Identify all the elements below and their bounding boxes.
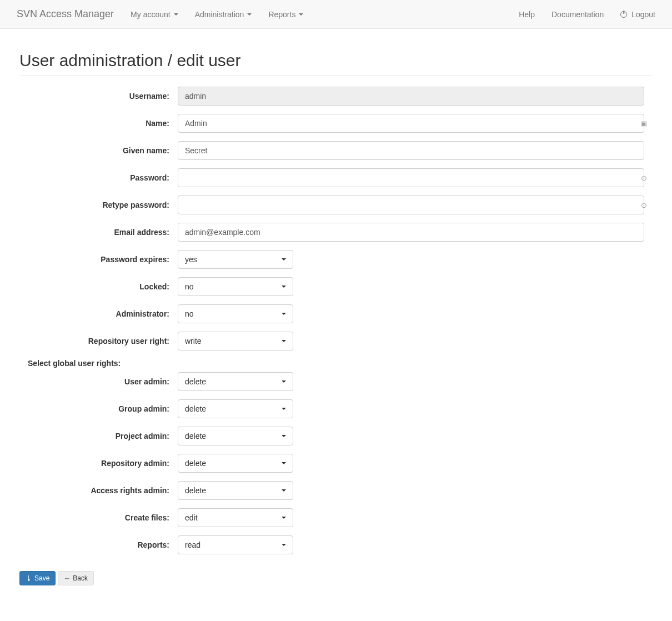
password-input[interactable] xyxy=(178,168,644,187)
retype-label: Retype password: xyxy=(19,201,178,209)
nav-administration-label: Administration xyxy=(195,10,244,19)
save-label: Save xyxy=(34,574,49,582)
caret-icon xyxy=(299,13,303,16)
nav-my-account[interactable]: My account xyxy=(122,2,187,27)
nav-reports[interactable]: Reports xyxy=(260,2,312,27)
arrow-left-icon: ← xyxy=(64,574,71,582)
key-icon: ⊙ xyxy=(641,201,647,209)
page-header: User administration / edit user xyxy=(19,51,653,76)
projectadmin-value: delete xyxy=(185,432,206,440)
navbar-right: Help Documentation Logout xyxy=(510,2,664,27)
createfiles-value: edit xyxy=(185,513,198,522)
email-label: Email address: xyxy=(19,228,178,237)
reports-label: Reports: xyxy=(19,540,178,549)
repoadmin-label: Repository admin: xyxy=(19,459,178,468)
caret-icon xyxy=(282,462,286,464)
projectadmin-label: Project admin: xyxy=(19,432,178,440)
nav-documentation[interactable]: Documentation xyxy=(543,2,612,27)
nav-reports-label: Reports xyxy=(268,10,295,19)
caret-icon xyxy=(282,340,286,342)
pwexpires-label: Password expires: xyxy=(19,255,178,264)
useradmin-dropdown[interactable]: delete xyxy=(178,372,293,391)
projectadmin-dropdown[interactable]: delete xyxy=(178,427,293,445)
nav-help[interactable]: Help xyxy=(510,2,543,27)
locked-label: Locked: xyxy=(19,282,178,291)
caret-icon xyxy=(282,544,286,546)
form-actions: ⭳ Save ← Back xyxy=(19,571,653,585)
retype-input[interactable] xyxy=(178,196,644,214)
accessadmin-dropdown[interactable]: delete xyxy=(178,481,293,500)
caret-icon xyxy=(174,13,178,16)
accessadmin-label: Access rights admin: xyxy=(19,486,178,495)
key-icon: ⊙ xyxy=(641,174,647,182)
createfiles-label: Create files: xyxy=(19,513,178,522)
caret-icon xyxy=(282,517,286,519)
global-rights-heading: Select global user rights: xyxy=(28,359,653,368)
caret-icon xyxy=(282,435,286,437)
nav-logout[interactable]: Logout xyxy=(612,2,664,27)
useradmin-value: delete xyxy=(185,377,206,386)
username-label: Username: xyxy=(19,92,178,101)
locked-dropdown[interactable]: no xyxy=(178,277,293,296)
name-input[interactable] xyxy=(178,114,644,133)
nav-my-account-label: My account xyxy=(131,10,170,19)
groupadmin-label: Group admin: xyxy=(19,404,178,413)
brand-link[interactable]: SVN Access Manager xyxy=(8,0,122,28)
groupadmin-value: delete xyxy=(185,404,206,413)
save-button[interactable]: ⭳ Save xyxy=(19,571,56,585)
name-label: Name: xyxy=(19,119,178,128)
caret-icon xyxy=(282,380,286,383)
caret-icon xyxy=(282,489,286,492)
repoadmin-value: delete xyxy=(185,459,206,468)
givenname-label: Given name: xyxy=(19,146,178,155)
repouser-dropdown[interactable]: write xyxy=(178,332,293,350)
contact-card-icon: ▣ xyxy=(640,119,647,128)
locked-value: no xyxy=(185,282,194,291)
power-icon xyxy=(620,11,627,18)
caret-icon xyxy=(247,13,252,16)
caret-icon xyxy=(282,258,286,261)
pwexpires-value: yes xyxy=(185,255,197,264)
reports-dropdown[interactable]: read xyxy=(178,535,293,554)
navbar-left: SVN Access Manager My account Administra… xyxy=(8,0,312,28)
repouser-label: Repository user right: xyxy=(19,337,178,345)
caret-icon xyxy=(282,313,286,315)
givenname-input[interactable] xyxy=(178,141,644,160)
accessadmin-value: delete xyxy=(185,486,206,495)
caret-icon xyxy=(282,408,286,410)
admin-label: Administrator: xyxy=(19,309,178,318)
edit-user-form: Username: Name: ▣ Given name: Password: … xyxy=(19,87,653,585)
email-input[interactable] xyxy=(178,223,644,242)
reports-value: read xyxy=(185,540,200,549)
pwexpires-dropdown[interactable]: yes xyxy=(178,250,293,269)
password-label: Password: xyxy=(19,173,178,182)
navbar: SVN Access Manager My account Administra… xyxy=(0,0,672,29)
main-container: User administration / edit user Username… xyxy=(11,51,661,585)
nav-logout-label: Logout xyxy=(631,10,655,19)
useradmin-label: User admin: xyxy=(19,377,178,386)
nav-administration[interactable]: Administration xyxy=(187,2,260,27)
back-label: Back xyxy=(73,574,88,582)
username-input xyxy=(178,87,644,106)
createfiles-dropdown[interactable]: edit xyxy=(178,508,293,527)
download-icon: ⭳ xyxy=(26,574,32,582)
admin-dropdown[interactable]: no xyxy=(178,304,293,323)
page-title: User administration / edit user xyxy=(19,51,653,70)
back-button[interactable]: ← Back xyxy=(58,571,94,585)
caret-icon xyxy=(282,286,286,288)
groupadmin-dropdown[interactable]: delete xyxy=(178,399,293,418)
admin-value: no xyxy=(185,309,194,318)
repoadmin-dropdown[interactable]: delete xyxy=(178,454,293,473)
repouser-value: write xyxy=(185,337,202,345)
